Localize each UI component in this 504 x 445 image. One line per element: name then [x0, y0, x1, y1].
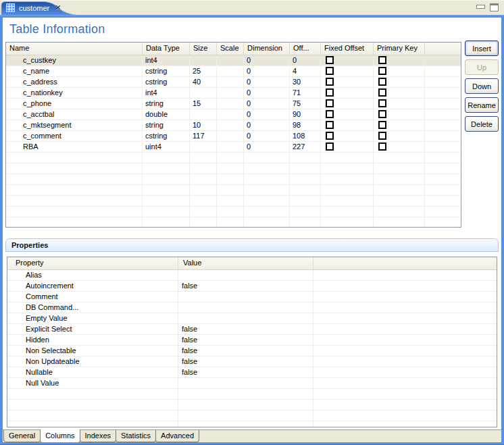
tab-statistics[interactable]: Statistics	[116, 430, 156, 442]
cell-filler	[425, 66, 461, 77]
cell-filler	[425, 120, 461, 131]
fixed-offset-checkbox[interactable]	[326, 142, 334, 151]
table-row[interactable]: RBA uint4 0 227	[6, 142, 461, 153]
table-row[interactable]: c_phone string 15 0 75	[6, 99, 461, 109]
property-value-cell: false	[178, 324, 313, 335]
property-column-header[interactable]: Property	[7, 257, 178, 269]
column-header[interactable]: Fixed Offset	[321, 43, 374, 55]
cell-scale	[217, 55, 244, 66]
fixed-offset-checkbox[interactable]	[326, 121, 334, 129]
cell-fixed-offset	[321, 142, 374, 153]
cell-primary-key	[374, 142, 425, 153]
primary-key-checkbox[interactable]	[378, 88, 386, 97]
fixed-offset-checkbox[interactable]	[326, 132, 334, 140]
delete-button[interactable]: Delete	[465, 116, 499, 132]
fixed-offset-checkbox[interactable]	[326, 67, 334, 75]
maximize-icon[interactable]	[490, 3, 499, 11]
cell-size	[190, 142, 217, 153]
property-value-cell	[178, 313, 313, 324]
table-row[interactable]: c_comment cstring 117 0 108	[6, 131, 461, 142]
cell-primary-key	[374, 99, 425, 109]
columns-table-header: NameData TypeSizeScaleDimensionOff...Fix…	[6, 43, 461, 55]
minimize-icon[interactable]	[476, 5, 485, 9]
property-row[interactable]: Null Value	[7, 378, 497, 389]
primary-key-checkbox[interactable]	[378, 56, 386, 64]
cell-scale	[217, 99, 244, 109]
down-button[interactable]: Down	[465, 78, 499, 94]
cell-scale	[217, 88, 244, 99]
table-row[interactable]: c_name cstring 25 0 4	[6, 66, 461, 77]
cell-scale	[217, 131, 244, 142]
column-header[interactable]: Data Type	[143, 43, 190, 55]
cell-scale	[217, 109, 244, 120]
cell-primary-key	[374, 66, 425, 77]
primary-key-checkbox[interactable]	[378, 110, 386, 118]
table-row[interactable]: c_nationkey int4 0 71	[6, 88, 461, 99]
property-row[interactable]: Comment	[7, 292, 497, 303]
property-name-cell: Nullable	[7, 367, 178, 378]
property-value-cell	[178, 270, 313, 281]
cell-data-type: cstring	[143, 66, 190, 77]
insert-button[interactable]: Insert	[465, 41, 499, 56]
property-row[interactable]: Nullable false	[7, 367, 497, 378]
properties-table: PropertyValue Alias Autoincrement false …	[7, 257, 497, 427]
property-value-cell: false	[178, 281, 313, 292]
property-value-cell	[178, 303, 313, 313]
property-row[interactable]: Non Updateable false	[7, 357, 497, 367]
cell-name: c_comment	[6, 131, 143, 142]
cell-scale	[217, 142, 244, 153]
property-row[interactable]: DB Command...	[7, 303, 497, 313]
property-row[interactable]: Explicit Select false	[7, 324, 497, 335]
cell-offset: 75	[290, 99, 321, 109]
fixed-offset-checkbox[interactable]	[326, 88, 334, 97]
cell-dimension: 0	[244, 109, 290, 120]
cell-fixed-offset	[321, 131, 374, 142]
window-border-bottom	[0, 442, 504, 445]
editor-window: customer ✕ Table Information NameData Ty…	[0, 0, 504, 445]
property-name-cell: Non Selectable	[7, 346, 178, 357]
cell-offset: 0	[290, 55, 321, 66]
tab-columns[interactable]: Columns	[40, 429, 80, 443]
property-row[interactable]: Hidden false	[7, 335, 497, 346]
property-row[interactable]: Empty Value	[7, 313, 497, 324]
cell-offset: 90	[290, 109, 321, 120]
table-row[interactable]: c_address cstring 40 0 30	[6, 77, 461, 88]
primary-key-checkbox[interactable]	[378, 121, 386, 129]
column-header[interactable]	[425, 43, 461, 55]
property-row[interactable]: Alias	[7, 270, 497, 281]
primary-key-checkbox[interactable]	[378, 67, 386, 75]
column-header[interactable]: Size	[190, 43, 217, 55]
fixed-offset-checkbox[interactable]	[326, 99, 334, 107]
table-row[interactable]: c_mktsegment string 10 0 98	[6, 120, 461, 131]
column-header[interactable]: Off...	[290, 43, 321, 55]
cell-dimension: 0	[244, 142, 290, 153]
column-header[interactable]: Dimension	[244, 43, 290, 55]
table-row[interactable]: c_custkey int4 0 0	[6, 55, 461, 66]
close-icon[interactable]: ✕	[55, 3, 61, 12]
cell-fixed-offset	[321, 77, 374, 88]
rename-button[interactable]: Rename	[465, 97, 499, 113]
tab-general[interactable]: General	[3, 430, 41, 442]
fixed-offset-checkbox[interactable]	[326, 110, 334, 118]
cell-offset: 71	[290, 88, 321, 99]
column-header[interactable]: Scale	[217, 43, 244, 55]
primary-key-checkbox[interactable]	[378, 78, 386, 86]
fixed-offset-checkbox[interactable]	[326, 56, 334, 64]
primary-key-checkbox[interactable]	[378, 99, 386, 107]
tab-advanced[interactable]: Advanced	[155, 430, 199, 442]
property-filler-cell	[313, 270, 497, 281]
document-tab[interactable]: customer ✕	[6, 3, 61, 12]
tab-indexes[interactable]: Indexes	[80, 430, 117, 442]
primary-key-checkbox[interactable]	[378, 132, 386, 140]
property-row[interactable]: Non Selectable false	[7, 346, 497, 357]
property-column-header[interactable]: Value	[178, 257, 313, 269]
column-header[interactable]: Primary Key	[374, 43, 425, 55]
property-row[interactable]: Autoincrement false	[7, 281, 497, 292]
columns-table: NameData TypeSizeScaleDimensionOff...Fix…	[5, 42, 461, 228]
table-row[interactable]: c_acctbal double 0 90	[6, 109, 461, 120]
property-filler-cell	[313, 324, 497, 335]
fixed-offset-checkbox[interactable]	[326, 78, 334, 86]
primary-key-checkbox[interactable]	[378, 142, 386, 151]
column-header[interactable]: Name	[6, 43, 143, 55]
properties-table-body: Alias Autoincrement false Comment DB Com…	[7, 270, 497, 427]
